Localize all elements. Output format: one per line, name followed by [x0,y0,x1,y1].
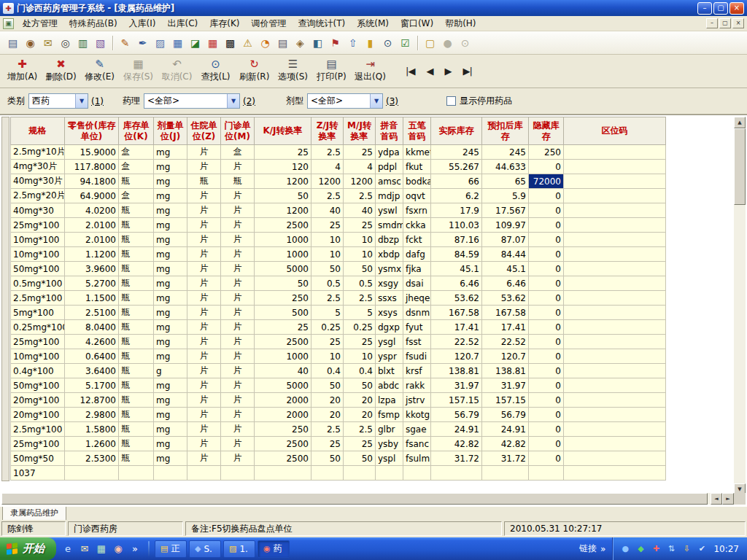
grid-cell[interactable]: 20mg*100 [11,408,65,422]
grid-cell[interactable]: mg [154,189,187,203]
grid-cell[interactable]: 1200 [255,174,311,189]
grid-cell[interactable]: dsnm [403,306,431,320]
thermometer-icon[interactable]: ▮ [362,34,379,51]
grid-cell[interactable]: 31.72 [482,451,529,466]
grid-cell[interactable]: 1200 [311,174,344,189]
horizontal-scrollbar[interactable]: ◄ ► [1,493,734,505]
input-method-icon[interactable]: ✔ [696,543,708,555]
grid-cell[interactable]: 25 [311,335,344,349]
grid-cell[interactable]: glbr [376,422,403,437]
grid-cell[interactable]: 56.79 [482,408,529,422]
grid-cell[interactable]: 片 [221,378,255,393]
menu-item[interactable]: 系统(M) [351,16,395,31]
grid-cell[interactable]: mg [154,174,187,189]
grid-cell[interactable]: 片 [221,364,255,378]
grid-cell[interactable]: 1200 [255,203,311,218]
grid-cell[interactable]: 0 [529,160,564,174]
grid-cell[interactable]: 4 [344,160,376,174]
grid-cell[interactable]: 瓶 [119,364,154,378]
grid-cell[interactable]: 片 [221,203,255,218]
grid-cell[interactable]: 1200 [344,174,376,189]
grid-cell[interactable]: 50mg*100 [11,378,65,393]
grid-cell[interactable]: mg [154,218,187,233]
grid-cell[interactable]: 盒 [119,145,154,160]
grid-cell[interactable]: 64.9000 [65,189,119,203]
grid-cell[interactable]: fsmp [376,408,403,422]
grid-cell[interactable]: 53.62 [482,291,529,306]
grid-cell[interactable]: 1000 [255,349,311,364]
grid-cell[interactable]: pdpl [376,160,403,174]
grid-cell[interactable]: 2.5mg*100 [11,291,65,306]
grid-cell[interactable]: 42.82 [431,437,482,451]
grid-cell[interactable]: mg [154,262,187,276]
grid-cell[interactable]: mg [154,233,187,247]
grid-cell[interactable]: 66 [431,174,482,189]
pharmacology-select[interactable]: <全部> ▼ [144,93,240,109]
grid-cell[interactable]: 42.82 [482,437,529,451]
grid-cell[interactable] [564,203,666,218]
grid-cell[interactable]: 120.7 [431,349,482,364]
grid-cell[interactable]: 10 [344,247,376,262]
grid-cell[interactable]: mg [154,247,187,262]
grid-cell[interactable]: 40 [311,203,344,218]
grid-cell[interactable]: 片 [221,422,255,437]
links-toolbar[interactable]: 链接 » [573,542,612,555]
taskbar-window-button[interactable]: ▨1. [223,540,255,558]
grid-cell[interactable]: mg [154,378,187,393]
grid-cell[interactable]: 20 [311,393,344,408]
grid-cell[interactable]: 瓶 [119,291,154,306]
grid-cell[interactable]: 瓶 [119,247,154,262]
grid-cell[interactable]: mg [154,437,187,451]
mdi-close-button[interactable]: × [732,18,744,28]
menu-item[interactable]: 库存(K) [204,16,245,31]
grid-cell[interactable]: 片 [221,262,255,276]
grid-cell[interactable]: ydpa [376,145,403,160]
grid-cell[interactable]: 15.9000 [65,145,119,160]
grid-cell[interactable] [564,247,666,262]
menu-item[interactable]: 处方管理 [17,16,63,31]
grid-cell[interactable] [564,218,666,233]
grid-cell[interactable]: 0.5mg*100 [11,276,65,291]
grid-cell[interactable]: 片 [187,320,221,335]
grid-cell[interactable]: 31.72 [431,451,482,466]
grid-cell[interactable]: 片 [187,291,221,306]
grid-cell[interactable]: 0 [529,276,564,291]
grid-cell[interactable]: 138.81 [431,364,482,378]
grid-cell[interactable]: krsf [403,364,431,378]
grid-cell[interactable]: 片 [221,233,255,247]
grid-cell[interactable]: 5.2700 [65,276,119,291]
chevron-down-icon[interactable]: ▼ [227,94,239,108]
grid-cell[interactable]: 10 [311,247,344,262]
grid-cell[interactable]: 瓶 [119,378,154,393]
grid-cell[interactable]: 0 [529,364,564,378]
grid-cell[interactable]: 瓶 [119,335,154,349]
clock-icon[interactable]: ◔ [257,34,274,51]
grid-cell[interactable]: 20 [311,408,344,422]
grid-cell[interactable]: 31.97 [431,378,482,393]
grid-cell[interactable]: 25 [344,145,376,160]
grid-cell[interactable]: 10 [344,349,376,364]
grid-cell[interactable] [564,160,666,174]
delete-button[interactable]: ✖删除(D) [42,56,80,87]
grid-cell[interactable]: ysgl [376,335,403,349]
grid-cell[interactable]: 0.4 [311,364,344,378]
grid-cell[interactable]: 片 [187,160,221,174]
scroll-right-icon[interactable]: ► [722,493,734,505]
grid-cell[interactable]: 片 [221,276,255,291]
grid-cell[interactable]: 167.58 [431,306,482,320]
menu-item[interactable]: 帮助(H) [439,16,481,31]
grid-cell[interactable]: 84.44 [482,247,529,262]
grid-cell[interactable]: blxt [376,364,403,378]
grid-cell[interactable]: 10mg*100 [11,349,65,364]
grid-cell[interactable]: 4 [311,160,344,174]
grid-cell[interactable]: 2.5 [311,422,344,437]
grid-cell[interactable]: 瓶 [119,276,154,291]
grid-cell[interactable]: dbzp [376,233,403,247]
tab-drug-maintenance[interactable]: 隶属药品维护 [2,507,66,521]
grid-cell[interactable]: 0 [529,393,564,408]
grid-cell[interactable]: 盒 [119,160,154,174]
grid-cell[interactable]: 0 [529,262,564,276]
grid-cell[interactable]: 片 [221,393,255,408]
grid-cell[interactable]: 2.5mg*20片 [11,189,65,203]
grid-cell[interactable]: mg [154,203,187,218]
